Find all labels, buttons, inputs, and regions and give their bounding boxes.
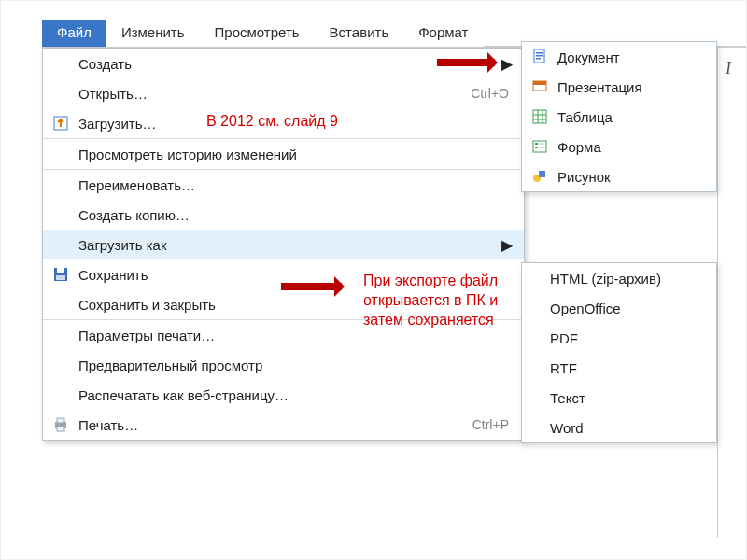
create-drawing[interactable]: Рисунок [522, 161, 716, 191]
file-history[interactable]: Просмотреть историю изменений [43, 139, 524, 169]
save-icon [49, 267, 73, 282]
svg-rect-19 [535, 143, 538, 145]
menu-edit[interactable]: Изменить [106, 20, 200, 47]
svg-rect-3 [56, 275, 65, 280]
svg-rect-8 [536, 52, 543, 54]
export-text[interactable]: Текст [522, 383, 716, 413]
spreadsheet-icon [528, 108, 552, 125]
annotation-1: В 2012 см. слайд 9 [206, 113, 338, 130]
svg-rect-5 [57, 418, 64, 423]
svg-rect-21 [539, 143, 544, 145]
export-word[interactable]: Word [522, 413, 716, 442]
file-open[interactable]: Открыть… Ctrl+O [43, 78, 524, 108]
annotation-2: При экспорте файл открывается в ПК и зат… [363, 272, 508, 329]
svg-rect-24 [539, 171, 545, 177]
create-form[interactable]: Форма [522, 132, 716, 161]
file-download-as[interactable]: Загрузить как ▶ [43, 230, 524, 259]
svg-rect-20 [535, 147, 538, 148]
menu-insert[interactable]: Вставить [315, 20, 404, 47]
print-icon [49, 417, 73, 432]
document-icon [528, 49, 552, 65]
submenu-download-as: HTML (zip-архив) OpenOffice PDF RTF Текс… [521, 262, 717, 443]
upload-icon [49, 116, 73, 131]
arrow-icon [281, 283, 342, 290]
menu-view[interactable]: Просмотреть [200, 20, 315, 47]
export-rtf[interactable]: RTF [522, 353, 716, 383]
file-print[interactable]: Печать… Ctrl+P [43, 410, 524, 440]
file-print-preview[interactable]: Предварительный просмотр [43, 350, 524, 380]
create-document[interactable]: Документ [522, 42, 716, 72]
file-print-as-web[interactable]: Распечатать как веб-страницу… [43, 380, 524, 410]
file-menu: Создать ▶ Открыть… Ctrl+O Загрузить… Про… [42, 48, 525, 441]
form-icon [528, 138, 552, 155]
create-presentation[interactable]: Презентация [522, 72, 716, 102]
menu-file[interactable]: Файл [42, 20, 106, 47]
svg-rect-12 [533, 81, 546, 85]
svg-rect-13 [533, 110, 546, 123]
file-rename[interactable]: Переименовать… [43, 170, 524, 200]
accel-text: Ctrl+P [472, 417, 514, 432]
svg-rect-10 [536, 58, 541, 60]
svg-rect-22 [539, 147, 544, 148]
file-makecopy[interactable]: Создать копию… [43, 200, 524, 230]
create-spreadsheet[interactable]: Таблица [522, 102, 716, 132]
export-openoffice[interactable]: OpenOffice [522, 293, 716, 323]
menu-format[interactable]: Формат [403, 20, 483, 47]
svg-rect-9 [536, 55, 543, 57]
svg-rect-6 [57, 427, 64, 431]
export-html[interactable]: HTML (zip-архив) [522, 263, 716, 293]
drawing-icon [528, 168, 552, 185]
toolbar-italic-icon[interactable]: I [726, 59, 731, 78]
accel-text: Ctrl+O [471, 86, 514, 101]
submenu-create: Документ Презентация Таблица Форма Рисун… [521, 41, 717, 192]
svg-rect-2 [57, 268, 64, 273]
right-edge-strip: тру I [717, 20, 746, 538]
presentation-icon [528, 78, 552, 95]
export-pdf[interactable]: PDF [522, 323, 716, 353]
submenu-arrow-icon: ▶ [501, 236, 514, 254]
arrow-icon [437, 59, 495, 66]
